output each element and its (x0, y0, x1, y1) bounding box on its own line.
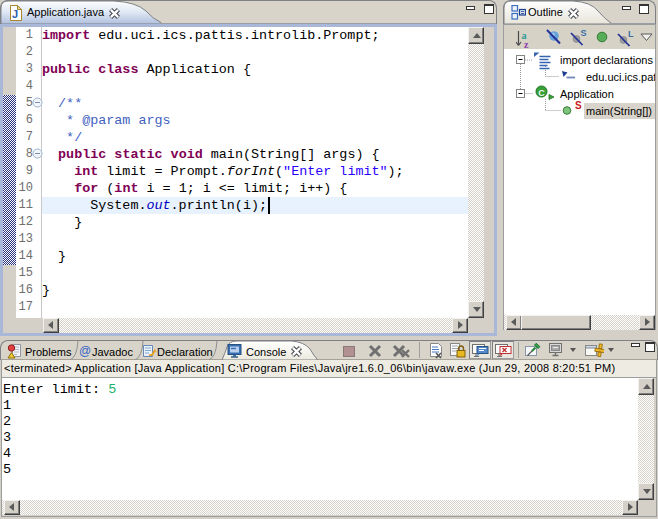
svg-text:S: S (575, 100, 582, 111)
svg-text:J: J (12, 8, 18, 20)
svg-text:C: C (538, 88, 545, 98)
